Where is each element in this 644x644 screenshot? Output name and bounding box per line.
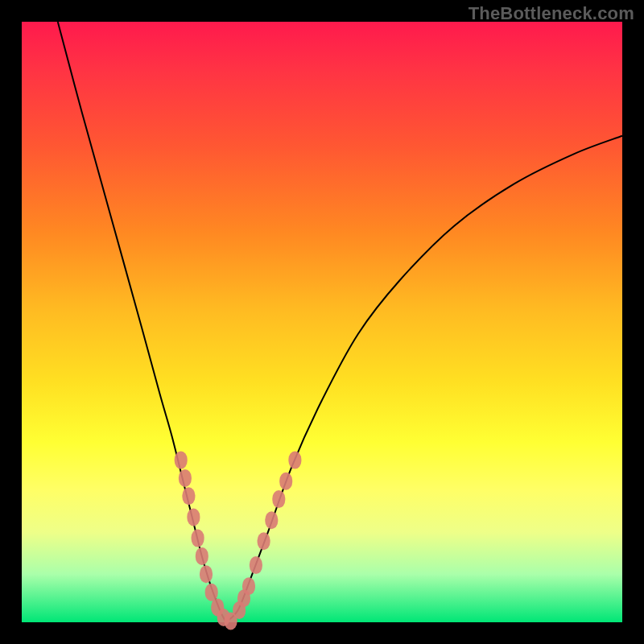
marker-bead: [205, 584, 218, 601]
marker-bead: [250, 556, 262, 574]
marker-bead: [258, 532, 270, 550]
curve-right-branch: [226, 136, 622, 622]
marker-bead: [242, 577, 255, 595]
plot-area: [22, 22, 622, 622]
marker-bead: [182, 487, 195, 505]
curve-layer: [22, 22, 622, 622]
watermark-text: TheBottleneck.com: [469, 3, 634, 24]
marker-bead: [279, 473, 292, 490]
marker-cluster-right: [233, 452, 301, 620]
marker-bead: [288, 452, 301, 469]
marker-bead: [175, 452, 188, 469]
chart-frame: TheBottleneck.com: [0, 0, 644, 644]
marker-bead: [179, 469, 192, 487]
marker-bead: [272, 490, 285, 508]
marker-bead: [187, 509, 200, 526]
marker-bead: [200, 565, 213, 583]
marker-bead: [265, 511, 278, 529]
marker-bead: [192, 530, 204, 547]
marker-bead: [196, 547, 208, 565]
marker-cluster-left: [175, 452, 237, 630]
